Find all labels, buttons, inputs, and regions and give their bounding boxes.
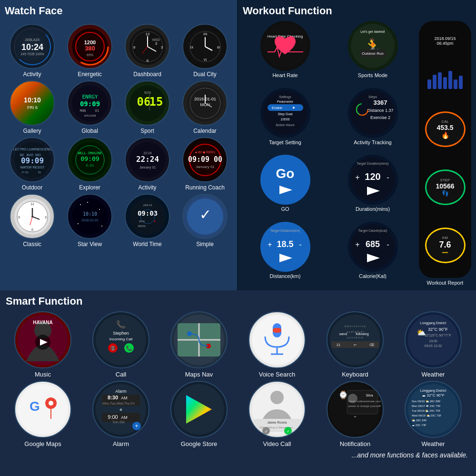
svg-text:WELL-IMAGINE: WELL-IMAGINE [78, 151, 102, 155]
svg-text:12: 12 [30, 202, 34, 206]
watch-face-title: Watch Face [5, 5, 62, 17]
svg-text:Target Distance(km): Target Distance(km) [270, 229, 300, 233]
smart-label-music: Music [35, 371, 51, 378]
svg-text:Never underestimate your: Never underestimate your [348, 400, 381, 403]
workout-item-distance: Target Distance(km) + 18.5 - Distance(km… [243, 222, 327, 286]
svg-text:Active Hours: Active Hours [276, 123, 295, 127]
watch-label-sport: Sport [140, 128, 154, 134]
workout-grid: Heart Rate Checking Heart Rate [243, 21, 471, 286]
svg-text:⌫: ⌫ [369, 343, 374, 347]
report-time: 06:45pm [434, 41, 456, 46]
watch-label-gallery: Gallery [23, 128, 41, 134]
workout-circle-heartrate: Heart Rate Checking [260, 21, 310, 71]
workout-label-target: Target Setting [269, 139, 301, 145]
workout-section: Workout Function Heart Rate Checking [238, 0, 476, 290]
svg-text:III: III [217, 46, 220, 49]
svg-text:06: 06 [137, 95, 150, 109]
svg-text:ZEBLAZE: ZEBLAZE [25, 38, 40, 41]
workout-report-panel: 2018.09/15 06:45pm [419, 21, 471, 278]
svg-text:●: ● [292, 105, 295, 110]
svg-text:Sun,Sat: Sun,Sat [113, 420, 125, 424]
svg-text:Steps: Steps [368, 95, 377, 99]
smart-item-googlemaps: G Google Maps [6, 381, 80, 447]
svg-text:Alarm: Alarm [115, 389, 127, 394]
svg-point-88 [87, 202, 88, 203]
smart-circle-music: HAVANA [14, 311, 71, 368]
smart-circle-call: 📞 Stephen Incoming Call 📵 📞 [92, 311, 149, 368]
watch-item-explorer: WELL-IMAGINE 09:09 0:01 Explorer [62, 137, 117, 191]
svg-text:-: - [387, 240, 389, 248]
watch-item-starview: 10:10 2018-01-01 Star View [62, 194, 117, 248]
smart-label-weatherapp: Weather [422, 440, 445, 447]
smart-item-videocall: Jaime Rovira Videocalling in Messenger..… [240, 381, 314, 447]
svg-text:+: + [135, 423, 138, 429]
svg-text:Go: Go [276, 166, 294, 181]
watch-item-gallery: 10:10 FRI 6 Gallery [5, 80, 60, 134]
workout-left-grid: Heart Rate Checking Heart Rate [243, 21, 415, 286]
svg-text:685: 685 [365, 239, 379, 249]
watch-item-worldtime: JAN 01 09:03 00% ♥ 00001 World Time [120, 194, 175, 248]
svg-text:AM: AM [121, 415, 128, 420]
workout-item-target: Settings Pedometer Enable ● Step Goal 10… [243, 88, 327, 152]
watch-face-running: ● 80 ◆ 00001 09:09 00 January 01 [182, 137, 228, 182]
svg-text:✓: ✓ [287, 429, 290, 434]
svg-text:01: 01 [38, 171, 41, 174]
smart-item-googlestore: Google Store [162, 381, 236, 447]
svg-text:⌚: ⌚ [338, 390, 348, 399]
svg-text:WATER RESIST: WATER RESIST [20, 166, 45, 169]
smart-label-voice: Voice Search [259, 371, 296, 378]
smart-section: Smart Function [0, 290, 476, 476]
svg-text:380: 380 [85, 45, 95, 52]
main-container: Watch Face ZEBLAZE 10:24 245 7035 100% [0, 0, 476, 476]
top-half: Watch Face ZEBLAZE 10:24 245 7035 100% [0, 0, 476, 290]
workout-title: Workout Function [243, 5, 471, 17]
svg-point-83 [72, 198, 108, 235]
svg-text:JAN 01: JAN 01 [143, 204, 152, 207]
smart-label-alarm: Alarm [113, 440, 129, 447]
svg-text:3: 3 [45, 216, 47, 219]
svg-text:G: G [30, 399, 40, 414]
watch-label-calendar: Calendar [193, 128, 217, 134]
svg-text:00%: 00% [139, 220, 145, 223]
smart-circle-googlestore [170, 381, 228, 438]
smart-item-notification: ⌚ Silva Never underestimate your power t… [318, 381, 392, 447]
watch-label-dualcity: Dual City [193, 71, 217, 78]
svg-text:Target Duration(mins): Target Duration(mins) [357, 162, 388, 166]
svg-text:09:09: 09:09 [79, 100, 99, 108]
watch-face-worldtime: JAN 01 09:03 00% ♥ 00001 [125, 194, 170, 239]
svg-text:9: 9 [133, 45, 135, 50]
smart-circle-notification: ⌚ Silva Never underestimate your power t… [327, 381, 384, 438]
svg-text:AM: AM [121, 396, 128, 400]
svg-text:MON: MON [79, 109, 86, 113]
svg-point-87 [101, 226, 102, 227]
report-calories: 453.5 [436, 124, 453, 131]
svg-text:15: 15 [149, 95, 163, 109]
watch-item-dualcity: XII III VI IX Dual City [178, 24, 232, 78]
workout-circle-go: Go [260, 155, 310, 205]
watch-item-dashboard: 12 3 6 9 WED 3 [120, 24, 175, 78]
workout-label-distance: Distance(km) [270, 273, 301, 279]
watch-face-dualcity: XII III VI IX [182, 24, 228, 69]
watch-label-global: Global [81, 128, 98, 134]
smart-circle-googlemaps: G [14, 381, 71, 438]
svg-text:VI: VI [203, 58, 207, 61]
svg-text:09/15 13:32: 09/15 13:32 [425, 344, 442, 347]
svg-text:Heart Rate Checking: Heart Rate Checking [267, 34, 302, 39]
watch-item-outdoor: ELECTRO LUMINESCENCE 80 AVO MO 09:09 WAT… [5, 137, 60, 191]
svg-point-205 [270, 391, 284, 404]
svg-text:Outdoor Run: Outdoor Run [362, 51, 384, 56]
workout-item-calorie: Target Calorie(kcal) + 685 - Calorie(Kal… [330, 222, 415, 286]
watch-item-running: ● 80 ◆ 00001 09:09 00 January 01 Running… [178, 137, 232, 191]
svg-point-163 [252, 315, 302, 365]
workout-circle-target: Settings Pedometer Enable ● Step Goal 10… [260, 88, 310, 138]
watch-item-calendar: 2016-01-01 MON Calendar [178, 80, 232, 134]
svg-text:Longgang District: Longgang District [420, 389, 446, 393]
svg-rect-165 [273, 328, 281, 333]
svg-text:09:09: 09:09 [20, 156, 43, 165]
workout-circle-calorie: Target Calorie(kcal) + 685 - [348, 222, 398, 272]
svg-text:Wed 09/19  ⛅  23C 73F: Wed 09/19 ⛅ 23C 73F [412, 414, 442, 417]
watch-item-simple: ✓ Simple [178, 194, 232, 248]
svg-text:8:30: 8:30 [108, 395, 118, 400]
smart-circle-maps [170, 311, 228, 368]
more-functions-text: ...and more functions & faces available. [6, 451, 470, 459]
